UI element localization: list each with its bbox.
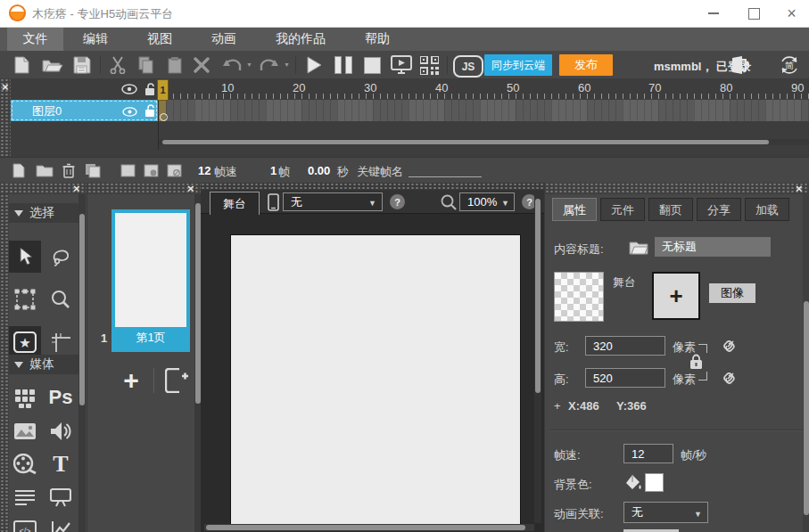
timeline-hscrollbar[interactable]	[159, 139, 809, 145]
tab-page-turn[interactable]: 翻页	[648, 198, 693, 221]
media-paragraph-icon[interactable]	[9, 481, 41, 513]
save-button[interactable]	[71, 54, 93, 76]
copy-button[interactable]	[136, 54, 157, 76]
add-stage-image-button[interactable]: +	[652, 272, 700, 320]
keyframe-name-input[interactable]	[409, 176, 482, 177]
tab-share[interactable]: 分享	[697, 198, 741, 221]
new-file-button[interactable]	[11, 54, 32, 76]
lock-column-icon[interactable]	[143, 81, 157, 97]
redo-dropdown-caret[interactable]: ▼	[284, 61, 290, 68]
preview-button[interactable]	[390, 54, 413, 76]
pages-panel-drag-handle[interactable]	[87, 183, 202, 194]
page-thumbnail[interactable]: 第1页	[111, 209, 190, 352]
content-title-input[interactable]: 无标题	[655, 237, 771, 257]
paste-button[interactable]	[164, 54, 186, 76]
redo-button[interactable]	[257, 54, 282, 76]
maximize-button[interactable]	[736, 0, 772, 27]
menu-item-help[interactable]: 帮助	[345, 28, 409, 51]
timeline-close-icon[interactable]: ×	[2, 82, 9, 92]
media-library-icon[interactable]	[9, 381, 41, 413]
properties-drag-handle[interactable]	[545, 183, 809, 194]
stage-fps-input[interactable]: 12	[623, 444, 673, 463]
image-button[interactable]: 图像	[709, 283, 755, 303]
properties-close-icon[interactable]: ×	[796, 184, 803, 193]
js-edit-button[interactable]: JS	[453, 55, 483, 78]
insert-blank-keyframe-button[interactable]	[164, 161, 184, 180]
language-toggle-icon[interactable]: 简	[778, 53, 801, 77]
undo-dropdown-caret[interactable]: ▼	[246, 61, 252, 68]
tool-symbol[interactable]: ★	[9, 326, 41, 358]
minimize-button[interactable]	[696, 0, 731, 27]
tool-lasso[interactable]	[45, 241, 77, 273]
new-folder-button[interactable]	[34, 161, 55, 180]
visibility-column-icon[interactable]	[120, 82, 138, 96]
layer-lock-toggle[interactable]	[143, 103, 157, 119]
layer-row[interactable]: 图层0	[11, 100, 158, 121]
playhead[interactable]: 1	[157, 79, 169, 101]
menu-item-my-works[interactable]: 我的作品	[256, 28, 345, 51]
zoom-level-select[interactable]: 100% ▼	[459, 192, 515, 211]
open-file-button[interactable]	[41, 54, 64, 76]
undo-button[interactable]	[219, 54, 244, 76]
tool-select-arrow[interactable]	[9, 241, 41, 273]
tool-guides[interactable]	[45, 326, 77, 358]
media-audio-icon[interactable]	[45, 415, 77, 447]
tab-symbols[interactable]: 元件	[600, 198, 645, 221]
media-embed-code-icon[interactable]: </>	[9, 514, 41, 532]
menu-item-edit[interactable]: 编辑	[63, 28, 128, 51]
duplicate-layer-button[interactable]	[82, 161, 103, 180]
layer-visibility-toggle[interactable]	[120, 105, 138, 118]
stop-button[interactable]	[360, 54, 384, 76]
media-image-icon[interactable]	[9, 415, 41, 447]
tab-loading[interactable]: 加载	[745, 198, 789, 221]
device-help-icon[interactable]: ?	[390, 194, 405, 209]
insert-keyframe-button[interactable]	[141, 161, 161, 180]
sync-to-cloud-button[interactable]: 同步到云端	[484, 54, 552, 76]
timeline-hscrollbar-thumb[interactable]	[162, 140, 769, 144]
tools-panel-scrollbar[interactable]	[78, 194, 86, 532]
close-button[interactable]: ×	[774, 0, 809, 27]
tools-panel-scrollbar-thumb[interactable]	[79, 214, 85, 405]
stage-hscrollbar-thumb[interactable]	[206, 525, 525, 530]
tools-panel-side-handle[interactable]	[0, 194, 9, 532]
cut-button[interactable]	[107, 54, 128, 76]
pages-panel-close-icon[interactable]: ×	[187, 184, 194, 193]
zoom-tool-icon[interactable]	[440, 193, 458, 211]
media-section-header[interactable]: 媒体	[9, 355, 78, 374]
width-link-icon[interactable]	[720, 336, 738, 354]
delete-button[interactable]	[191, 54, 212, 76]
stage-canvas[interactable]	[230, 234, 521, 530]
height-input[interactable]: 520	[585, 368, 665, 388]
insert-frame-button[interactable]	[118, 161, 137, 180]
width-input[interactable]: 320	[585, 336, 665, 356]
properties-scrollbar-thumb[interactable]	[804, 301, 809, 515]
media-photoshop-icon[interactable]: Ps	[45, 381, 77, 413]
new-layer-button[interactable]	[9, 161, 29, 180]
publish-button[interactable]: 发布	[559, 54, 613, 76]
menu-item-view[interactable]: 视图	[128, 28, 192, 51]
keyframe-marker[interactable]	[160, 113, 168, 121]
stage-bg-thumbnail[interactable]	[554, 272, 604, 322]
media-board-icon[interactable]	[45, 481, 77, 513]
frame-track[interactable]	[159, 100, 809, 121]
delete-layer-button[interactable]	[59, 161, 78, 180]
media-video-icon[interactable]	[9, 448, 41, 480]
stage-tab[interactable]: 舞台	[210, 192, 260, 215]
select-section-header[interactable]: 选择	[9, 203, 78, 223]
device-preset-select[interactable]: 无 ▼	[283, 192, 383, 211]
media-text-icon[interactable]: T	[45, 448, 77, 480]
play-button[interactable]	[302, 54, 326, 76]
paint-bucket-icon[interactable]	[623, 472, 643, 492]
tool-zoom[interactable]	[45, 283, 77, 315]
bg-color-swatch[interactable]	[645, 473, 664, 492]
height-link-icon[interactable]	[720, 368, 738, 386]
duplicate-page-button[interactable]	[162, 367, 191, 394]
pause-button[interactable]	[332, 54, 355, 76]
logout-icon[interactable]	[730, 54, 751, 76]
tool-transform[interactable]	[9, 283, 41, 315]
media-chart-icon[interactable]	[45, 514, 77, 532]
tools-panel-close-icon[interactable]: ×	[73, 184, 80, 193]
stage-hscrollbar[interactable]	[204, 524, 534, 531]
stage-vscrollbar[interactable]	[534, 192, 541, 523]
menu-item-animation[interactable]: 动画	[192, 28, 256, 51]
